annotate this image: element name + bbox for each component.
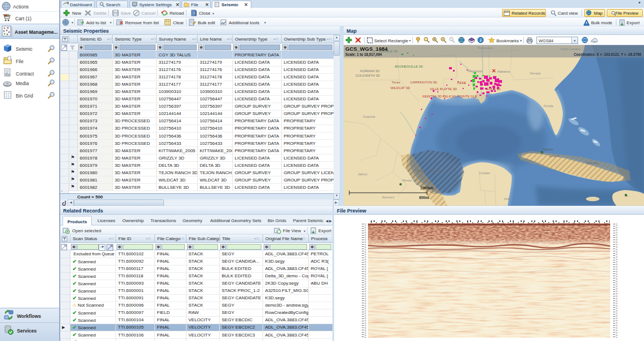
- svg-text:Santa Cl...: Santa Cl...: [549, 154, 562, 158]
- svg-text:Yucatan: Yucatan: [479, 171, 490, 175]
- svg-text:Peten: Peten: [504, 197, 512, 201]
- svg-text:GOLD 3D: GOLD 3D: [486, 87, 500, 91]
- svg-text:KEINTRA 3D PELICAN POINTE GLE: KEINTRA 3D PELICAN POINTE GLE: [423, 95, 477, 98]
- svg-text:Scale: 1 to 18,917,094: Scale: 1 to 18,917,094: [345, 52, 382, 57]
- svg-text:Havana: Havana: [542, 148, 553, 151]
- svg-text:Coahuila: Coahuila: [363, 115, 375, 118]
- svg-text:GCS_WGS_1984: GCS_WGS_1984: [345, 46, 388, 52]
- svg-text:CARRINGTON 3D: CARRINGTON 3D: [410, 81, 437, 84]
- svg-text:VILLE PLATTE 3D: VILLE PLATTE 3D: [430, 87, 457, 91]
- svg-text:Florida: Florida: [544, 104, 553, 108]
- svg-text:GOLDSMITH 3D: GOLDSMITH 3D: [356, 74, 380, 77]
- svg-text:Texas: Texas: [392, 81, 400, 84]
- svg-text:FEDE: FEDE: [458, 81, 467, 85]
- svg-text:600mi: 600mi: [419, 196, 429, 200]
- svg-text:Matanzas: Matanzas: [586, 161, 598, 165]
- svg-text:Jalisco: Jalisco: [357, 172, 367, 176]
- svg-text:Coordinates: X = -103.6122, Y: Coordinates: X = -103.6122, Y = -26.3756: [574, 52, 641, 57]
- svg-text:Mississippi: Mississippi: [468, 69, 483, 73]
- svg-text:Georgia: Georgia: [530, 72, 541, 75]
- svg-text:Premier de Tamauli...: Premier de Tamauli...: [417, 169, 443, 172]
- svg-text:WILDCAT 3D: WILDCAT 3D: [390, 86, 410, 90]
- svg-text:Mexico Ci...: Mexico Ci...: [402, 179, 419, 182]
- svg-text:NORMAN 3D: NORMAN 3D: [360, 69, 380, 73]
- svg-text:Guerrero: Guerrero: [382, 196, 394, 199]
- svg-text:BOONESVILLE 3D: BOONESVILLE 3D: [395, 65, 423, 68]
- svg-text:1000km: 1000km: [420, 186, 434, 190]
- svg-text:Alabama: Alabama: [498, 70, 510, 73]
